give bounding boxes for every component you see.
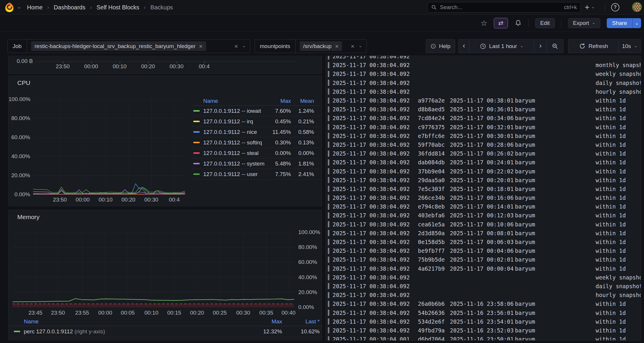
log-row-level-bar xyxy=(328,168,329,174)
log-row[interactable]: 2025-11-17 00:38:04.09237bb9e042025-11-1… xyxy=(326,167,641,175)
log-row[interactable]: 2025-11-17 00:38:04.09226a0b6b62025-11-1… xyxy=(326,299,641,308)
legend-series-name[interactable]: 127.0.0.1:9112 -- steal xyxy=(203,150,270,156)
log-row[interactable]: 2025-11-17 00:38:04.092daily snapshots xyxy=(326,282,641,291)
search-input[interactable] xyxy=(440,4,561,11)
help-button-label: Help xyxy=(439,43,450,50)
log-snapshot-id: 37bb9e04 xyxy=(418,168,450,175)
log-row[interactable]: 2025-11-17 00:38:04.001d6bd70642025-11-1… xyxy=(326,335,641,341)
avatar[interactable] xyxy=(632,2,642,12)
mountpoints-filter-label: mountpoints xyxy=(255,40,296,53)
log-row[interactable]: 2025-11-17 00:38:04.092hourly snapshots xyxy=(326,291,641,299)
log-timestamp: 2025-11-17 00:38:04.092 xyxy=(333,301,418,307)
cpu-chart[interactable] xyxy=(33,99,185,194)
log-note: monthly snapshots xyxy=(596,62,641,68)
mountpoints-filter-value[interactable]: /srv/backup × xyxy=(300,41,342,51)
log-row[interactable]: 2025-11-17 00:38:04.092266ce34b2025-11-1… xyxy=(326,193,641,202)
legend-series-name[interactable]: 127.0.0.1:9112 -- nice xyxy=(203,129,270,135)
share-options-caret[interactable]: ⌄ xyxy=(632,18,641,28)
toolbar-divider xyxy=(528,19,529,28)
log-snapshot-id: d8b8aed5 xyxy=(418,106,450,112)
star-icon[interactable]: ☆ xyxy=(481,19,487,27)
log-snapshot-time: 2025-11-17 00:02:01 xyxy=(450,256,515,263)
time-range-zoom-out-button[interactable] xyxy=(547,40,563,53)
chevron-down-icon[interactable]: ⌄ xyxy=(242,43,246,48)
log-note: within 1d xyxy=(596,141,641,148)
y-axis: 100.00%80.00%60.00%40.00%20.00%0.00% xyxy=(9,99,30,194)
memory-chart[interactable] xyxy=(13,232,294,307)
legend-series-name[interactable]: perc 127.0.0.1:9112 (right y-axis) xyxy=(24,328,250,335)
log-note: daily snapshots xyxy=(596,80,641,86)
log-note: within 1d xyxy=(596,97,641,104)
panel-title[interactable]: Memory xyxy=(17,214,40,221)
clear-icon[interactable]: × xyxy=(351,43,354,49)
y-axis-label: 0.00 B xyxy=(17,58,33,64)
log-row[interactable]: 2025-11-17 00:38:04.092 xyxy=(326,56,641,61)
close-icon[interactable]: × xyxy=(335,43,339,49)
refresh-button[interactable]: Refresh xyxy=(568,40,618,53)
legend-header-mean[interactable]: Mean xyxy=(291,98,314,104)
help-icon[interactable]: ? xyxy=(611,3,619,11)
log-row[interactable]: 2025-11-17 00:38:04.092c97763752025-11-1… xyxy=(326,123,641,132)
time-range-forward-button[interactable]: › xyxy=(534,40,547,53)
x-axis-tick-label: 00:35 xyxy=(259,310,273,316)
log-row[interactable]: 2025-11-17 00:38:04.0922d3d850a2025-11-1… xyxy=(326,229,641,238)
legend-header-name[interactable]: Name xyxy=(203,98,270,104)
log-row[interactable]: 2025-11-17 00:38:04.092e7bffc6e2025-11-1… xyxy=(326,132,641,140)
legend-series-name[interactable]: 127.0.0.1:9112 -- softirq xyxy=(203,139,270,146)
log-row[interactable]: 2025-11-17 00:38:04.092a9776a2e2025-11-1… xyxy=(326,96,641,105)
panel-title[interactable]: CPU xyxy=(17,79,30,86)
log-row[interactable]: 2025-11-17 00:38:04.09236fdd8142025-11-1… xyxy=(326,149,641,158)
log-row[interactable]: 2025-11-17 00:38:04.092weekly snapshots xyxy=(326,273,641,282)
close-icon[interactable]: × xyxy=(199,43,203,49)
new-button[interactable]: + ⌄ xyxy=(585,0,595,15)
log-row[interactable]: 2025-11-17 00:38:04.092d8b8aed52025-11-1… xyxy=(326,105,641,114)
legend-header-max[interactable]: Max xyxy=(250,318,282,325)
log-row[interactable]: 2025-11-17 00:38:04.092dab084db2025-11-1… xyxy=(326,158,641,167)
share-button[interactable]: Share xyxy=(607,18,632,28)
log-row[interactable]: 2025-11-17 00:38:04.092hourly snapshots xyxy=(326,87,641,96)
legend-series-name[interactable]: 127.0.0.1:9112 -- system xyxy=(203,161,270,167)
log-row[interactable]: 2025-11-17 00:38:04.092403ebfa62025-11-1… xyxy=(326,211,641,220)
log-row[interactable]: 2025-11-17 00:38:04.09249fbd79a2025-11-1… xyxy=(326,326,641,335)
org-switcher-chevron-icon[interactable]: ⌄ xyxy=(17,4,21,10)
log-row[interactable]: 2025-11-17 00:38:04.09275b9b5de2025-11-1… xyxy=(326,255,641,264)
log-row[interactable]: 2025-11-17 00:38:04.0927e5c303f2025-11-1… xyxy=(326,185,641,193)
legend-series-name[interactable]: 127.0.0.1:9112 -- irq xyxy=(203,118,270,125)
clear-icon[interactable]: × xyxy=(234,43,238,49)
log-row[interactable]: 2025-11-17 00:38:04.09259f70abc2025-11-1… xyxy=(326,140,641,149)
breadcrumb-item[interactable]: Dashboards xyxy=(54,4,85,11)
bell-icon[interactable] xyxy=(514,19,522,27)
log-row[interactable]: 2025-11-17 00:38:04.0920e158d5b2025-11-1… xyxy=(326,238,641,246)
log-row[interactable]: 2025-11-17 00:38:04.092daily snapshots xyxy=(326,79,641,87)
help-button[interactable]: ? Help xyxy=(426,39,455,53)
log-row[interactable]: 2025-11-17 00:38:04.092be9fb7f72025-11-1… xyxy=(326,246,641,255)
grafana-logo-icon[interactable] xyxy=(4,2,15,13)
time-range-button[interactable]: Last 1 hour ⌄ xyxy=(469,40,534,53)
refresh-interval-picker[interactable]: 10s ⌄ xyxy=(618,40,641,53)
log-row-level-bar xyxy=(328,195,329,201)
export-button[interactable]: Export ⌄ xyxy=(568,18,601,28)
search-box[interactable]: ctrl+k xyxy=(427,2,581,13)
breadcrumb-item[interactable]: Home xyxy=(27,4,43,11)
breadcrumb-item[interactable]: Self Host Blocks xyxy=(96,4,139,11)
legend-series-name[interactable]: 127.0.0.1:9112 -- user xyxy=(203,171,270,178)
log-row[interactable]: 2025-11-17 00:38:04.09254b266362025-11-1… xyxy=(326,308,641,317)
chevron-down-icon[interactable]: ⌄ xyxy=(358,43,362,48)
legend-series-name[interactable]: 127.0.0.1:9112 -- iowait xyxy=(203,108,270,114)
log-row[interactable]: 2025-11-17 00:38:04.092weekly snapshots xyxy=(326,69,641,78)
legend-header-name[interactable]: Name xyxy=(24,318,250,325)
job-filter-value[interactable]: restic-backups-hledger-local_srv_backup_… xyxy=(31,41,206,51)
legend-header-last[interactable]: Last * xyxy=(282,318,320,325)
log-row[interactable]: 2025-11-17 00:38:04.092cea61e5a2025-11-1… xyxy=(326,220,641,229)
log-row[interactable]: 2025-11-17 00:38:04.092monthly snapshots xyxy=(326,61,641,69)
log-row[interactable]: 2025-11-17 00:38:04.09229daa5a02025-11-1… xyxy=(326,176,641,185)
time-range-back-button[interactable]: ‹ xyxy=(459,40,469,53)
legend-header-max[interactable]: Max xyxy=(270,98,291,104)
breadcrumb-item[interactable]: Backups xyxy=(150,4,173,11)
log-row[interactable]: 2025-11-17 00:38:04.092e794c8eb2025-11-1… xyxy=(326,202,641,211)
log-row[interactable]: 2025-11-17 00:38:04.0924a6217b92025-11-1… xyxy=(326,264,641,273)
compare-arrows-toggle[interactable]: ⇄ xyxy=(494,18,508,28)
log-row[interactable]: 2025-11-17 00:38:04.092534d2e6f2025-11-1… xyxy=(326,317,641,326)
edit-button[interactable]: Edit xyxy=(535,18,555,28)
log-row[interactable]: 2025-11-17 00:38:04.0927cd84e242025-11-1… xyxy=(326,114,641,122)
